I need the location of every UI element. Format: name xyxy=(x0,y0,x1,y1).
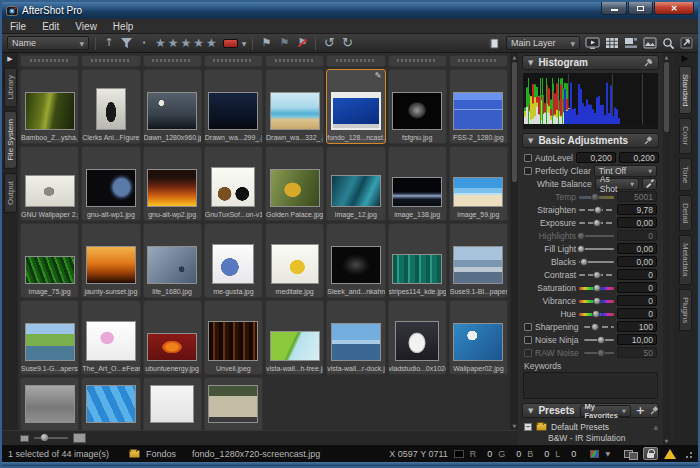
autolevel-checkbox[interactable] xyxy=(524,154,532,162)
thumbnail-cell[interactable]: life_1680.jpg xyxy=(143,223,202,298)
add-preset-button[interactable]: + xyxy=(636,406,645,416)
highlights-value[interactable]: 0 xyxy=(617,230,657,241)
star-rating-icon[interactable]: ★★★★★ xyxy=(155,36,219,50)
raw-noise-value[interactable]: 50 xyxy=(617,347,657,358)
menu-edit[interactable]: Edit xyxy=(34,19,67,33)
sharpening-slider-handle[interactable] xyxy=(591,323,599,331)
color-label-caret-icon[interactable]: ▼ xyxy=(242,40,247,47)
thumbnail-cell[interactable] xyxy=(81,55,140,67)
thumbnail-cell[interactable]: Unveil.jpeg xyxy=(204,300,263,375)
straighten-slider[interactable] xyxy=(579,205,614,215)
flag-review-icon[interactable]: ⚑ xyxy=(277,36,291,50)
thumbnail-size-slider[interactable] xyxy=(34,437,68,439)
scroll-down-icon[interactable]: ▼ xyxy=(511,423,518,429)
star-icon[interactable]: ★ xyxy=(155,36,168,50)
collapse-triangle-icon[interactable]: ▼ xyxy=(528,137,533,145)
panel-tab-metadata[interactable]: Metadata xyxy=(679,235,692,284)
temp-value[interactable]: 5001 xyxy=(617,191,657,202)
thumbnail-cell[interactable]: Clerks Ani...Figure.jpg xyxy=(81,69,140,144)
scroll-up-icon[interactable]: ▲ xyxy=(663,54,670,60)
collapse-triangle-icon[interactable]: ▼ xyxy=(528,59,533,67)
fill-light-slider-handle[interactable] xyxy=(577,245,585,253)
warning-icon[interactable] xyxy=(664,449,676,459)
thumbnail-cell[interactable]: image_59.jpg xyxy=(449,146,508,221)
thumbnail-cell[interactable] xyxy=(449,55,508,67)
keywords-input[interactable] xyxy=(523,372,658,399)
panel-scrollbar[interactable]: ▲ ▼ xyxy=(663,53,670,445)
menu-view[interactable]: View xyxy=(67,19,105,33)
contrast-slider[interactable] xyxy=(579,270,614,280)
noise-ninja-checkbox[interactable] xyxy=(524,336,532,344)
title-bar[interactable]: AfterShot Pro ✕ xyxy=(2,2,698,19)
resize-grip[interactable] xyxy=(684,450,692,458)
thumbnail-cell[interactable]: Sleek_and...nkahn.jpg xyxy=(326,223,385,298)
collapse-expander-icon[interactable]: − xyxy=(524,423,532,431)
star-icon[interactable]: ★ xyxy=(193,36,206,50)
layers-icon[interactable] xyxy=(488,37,501,50)
lock-button[interactable] xyxy=(643,447,658,460)
thumbnail-cell[interactable]: meditate.jpg xyxy=(265,223,324,298)
blacks-slider[interactable] xyxy=(579,257,614,267)
sharpening-checkbox[interactable] xyxy=(524,323,532,331)
sort-combo[interactable]: Name ▼ xyxy=(7,36,89,50)
thumbnail-cell[interactable] xyxy=(143,377,202,430)
close-button[interactable]: ✕ xyxy=(654,2,694,15)
sharpening-value[interactable]: 100 xyxy=(617,321,657,332)
contrast-slider-handle[interactable] xyxy=(593,271,601,279)
thumbnail-cell[interactable]: fondo_128...ncast.jpg✎ xyxy=(326,69,385,144)
raw-noise-checkbox[interactable] xyxy=(524,349,532,357)
autolevel-value-high[interactable]: 0,200 xyxy=(619,152,659,163)
thumbnail-cell[interactable]: vladstudio...0x1024.jpg xyxy=(388,300,447,375)
color-management-icon[interactable] xyxy=(590,450,599,458)
thumbnail-cell[interactable] xyxy=(265,55,324,67)
presets-scope-combo[interactable]: My Favorites ▼ xyxy=(580,405,631,417)
panel-tab-detail[interactable]: Detail xyxy=(679,195,692,231)
thumbnail-cell[interactable]: Suse9.1-Bl...papers.jpg xyxy=(449,223,508,298)
thumbnail-cell[interactable]: ubuntuenergy.jpg xyxy=(143,300,202,375)
histogram-section-header[interactable]: ▼ Histogram xyxy=(522,55,659,70)
fullscreen-arrow-icon[interactable] xyxy=(680,37,693,49)
hue-slider[interactable] xyxy=(579,309,614,319)
panel-tab-standard[interactable]: Standard xyxy=(679,66,692,114)
sort-ascending-icon[interactable]: ↑ xyxy=(102,36,116,50)
sidebar-tab-file-system[interactable]: File System xyxy=(4,111,17,169)
presets-section-header[interactable]: ▼ Presets My Favorites ▼ + xyxy=(522,403,659,418)
rotate-right-icon[interactable]: ↻ xyxy=(340,36,354,50)
thumbnail-cell[interactable]: Bamboo_Z...ysha.jpg xyxy=(20,69,79,144)
thumbnail-cell[interactable]: image_75.jpg xyxy=(20,223,79,298)
thumbnail-cell[interactable]: vista-wall...r-dock.jpg xyxy=(326,300,385,375)
minimize-button[interactable] xyxy=(601,2,627,15)
dual-monitor-icon[interactable] xyxy=(624,450,637,458)
thumbnail-cell[interactable] xyxy=(204,55,263,67)
thumbnail-cell[interactable]: Drawn_wa...332_.jpg xyxy=(265,69,324,144)
thumbnail-cell[interactable] xyxy=(388,55,447,67)
hue-value[interactable]: 0 xyxy=(617,308,657,319)
thumbnail-cell[interactable]: Golden Palace.jpg xyxy=(265,146,324,221)
noise-ninja-slider[interactable] xyxy=(584,335,614,345)
preset-folder-row[interactable]: −Default Presets xyxy=(524,421,659,432)
exposure-value[interactable]: 0,00 xyxy=(617,217,657,228)
thumbnail-cell[interactable] xyxy=(20,377,79,430)
grid-scrollbar[interactable]: ▲ ▼ xyxy=(511,53,518,445)
panel-tab-tone[interactable]: Tone xyxy=(679,158,692,191)
basic-adjustments-section-header[interactable]: ▼ Basic Adjustments xyxy=(522,133,659,148)
panel-tab-color[interactable]: Color xyxy=(679,118,692,153)
thumbnail-cell[interactable] xyxy=(143,55,202,67)
thumbnail-cell[interactable] xyxy=(326,55,385,67)
thumbnail-cell[interactable]: stripes114_kde.jpg xyxy=(388,223,447,298)
menu-help[interactable]: Help xyxy=(105,19,142,33)
pin-icon[interactable] xyxy=(650,406,659,415)
collapse-left-panel-icon[interactable]: ▶ xyxy=(7,55,12,63)
flag-pick-icon[interactable]: ⚑ xyxy=(259,36,273,50)
saturation-value[interactable]: 0 xyxy=(617,282,657,293)
menu-file[interactable]: File xyxy=(2,19,34,33)
pin-icon[interactable] xyxy=(644,136,653,145)
sidebar-tab-output[interactable]: Output xyxy=(4,173,17,213)
layer-combo[interactable]: Main Layer ▼ xyxy=(506,36,580,50)
scroll-up-icon[interactable]: ▲ xyxy=(653,423,658,430)
filter-icon[interactable] xyxy=(120,37,133,49)
thumbnail-cell[interactable]: FSS-2_1280.jpg xyxy=(449,69,508,144)
thumbnail-cell[interactable] xyxy=(204,377,263,430)
thumbnail-cell[interactable]: image_12.jpg xyxy=(326,146,385,221)
preview-view-icon[interactable] xyxy=(643,37,657,49)
